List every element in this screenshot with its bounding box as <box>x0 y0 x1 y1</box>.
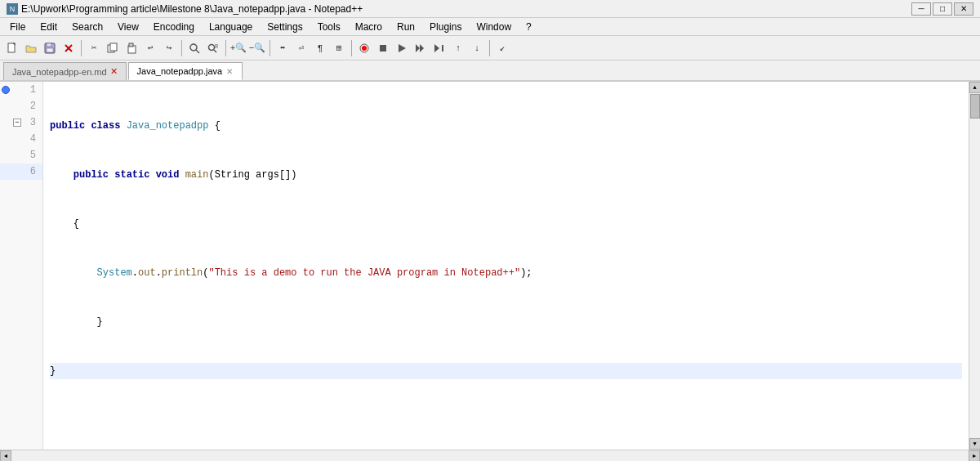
find-button[interactable] <box>185 39 203 57</box>
svg-marker-21 <box>420 44 424 52</box>
menu-tools[interactable]: Tools <box>311 20 347 34</box>
macro-save-button[interactable] <box>430 39 448 57</box>
menu-macro[interactable]: Macro <box>349 20 389 34</box>
maximize-button[interactable]: □ <box>933 2 952 16</box>
scroll-down-button[interactable]: ▼ <box>969 438 981 450</box>
menu-view[interactable]: View <box>111 20 145 34</box>
code-line-4: System.out.println("This is a demo to ru… <box>50 265 962 281</box>
tab-java-notepadpp-java[interactable]: Java_notepadpp.java ✕ <box>128 62 243 80</box>
menu-edit[interactable]: Edit <box>33 20 64 34</box>
tab-label-1: Java_notepadpp-en.md <box>12 67 107 77</box>
find-replace-button[interactable]: R <box>204 39 222 57</box>
code-editor[interactable]: public class Java_notepadpp { public sta… <box>43 82 969 450</box>
title-bar: N E:\Upwork\Programming article\Mileston… <box>0 0 980 18</box>
tab-close-2[interactable]: ✕ <box>225 67 234 76</box>
save-button[interactable] <box>41 39 59 57</box>
show-all-chars-button[interactable]: ¶ <box>311 39 329 57</box>
new-file-button[interactable] <box>3 39 21 57</box>
horizontal-scrollbar[interactable]: ◄ ► <box>0 450 980 461</box>
sync-scroll-button[interactable]: ⬌ <box>274 39 292 57</box>
svg-rect-10 <box>129 43 133 47</box>
toolbar-separator-1 <box>81 40 82 56</box>
cut-button[interactable]: ✂ <box>85 39 103 57</box>
undo-button[interactable]: ↩ <box>141 39 159 57</box>
window-title: E:\Upwork\Programming article\Milestone … <box>21 3 363 15</box>
code-line-6: } <box>50 363 962 379</box>
scroll-thumb[interactable] <box>970 94 980 119</box>
toolbar-separator-2 <box>181 40 182 56</box>
scroll-track[interactable] <box>969 93 980 438</box>
menu-bar: File Edit Search View Encoding Language … <box>0 18 980 36</box>
svg-point-11 <box>190 44 197 51</box>
line-number-5: 5 <box>23 150 39 161</box>
menu-help[interactable]: ? <box>519 20 538 34</box>
code-content-2: public static void main(String args[]) <box>50 167 297 183</box>
paste-button[interactable] <box>122 39 140 57</box>
code-line-3: { <box>50 216 962 232</box>
breakpoint-gutter-1[interactable] <box>0 86 11 94</box>
svg-rect-3 <box>47 43 51 47</box>
editor-container: 1 2 − 3 4 5 <box>0 82 980 450</box>
tab-java-notepadpp-en[interactable]: Java_notepadpp-en.md ✕ <box>3 62 127 80</box>
toolbar-separator-4 <box>270 40 270 56</box>
tab-modified-indicator-1: ✕ <box>110 66 118 77</box>
menu-file[interactable]: File <box>3 20 32 34</box>
copy-button[interactable] <box>104 39 122 57</box>
code-content-6: } <box>50 363 56 379</box>
macro-shortcut-button[interactable]: ↑ <box>449 39 467 57</box>
tab-label-2: Java_notepadpp.java <box>137 66 223 76</box>
zoom-in-button[interactable]: +🔍 <box>229 39 247 57</box>
menu-encoding[interactable]: Encoding <box>147 20 201 34</box>
scroll-right-button[interactable]: ► <box>969 450 980 462</box>
line-num-row-3: − 3 <box>0 114 42 131</box>
line-num-row-6: 6 <box>0 163 42 180</box>
code-line-2: public static void main(String args[]) <box>50 167 962 183</box>
macro-run-multi-button[interactable] <box>412 39 430 57</box>
scroll-up-button[interactable]: ▲ <box>969 82 981 93</box>
menu-search[interactable]: Search <box>65 20 109 34</box>
window-controls[interactable]: ─ □ ✕ <box>911 2 973 16</box>
svg-rect-0 <box>8 43 15 52</box>
line-number-3: 3 <box>23 117 39 128</box>
fold-gutter-3[interactable]: − <box>11 119 23 127</box>
code-content-1: public class Java_notepadpp { <box>50 118 220 134</box>
macro-trim-button[interactable]: ↓ <box>468 39 486 57</box>
title-bar-left: N E:\Upwork\Programming article\Mileston… <box>7 3 363 15</box>
redo-button[interactable]: ↪ <box>160 39 178 57</box>
code-content-5: } <box>50 314 103 330</box>
svg-rect-4 <box>47 48 53 52</box>
svg-line-14 <box>214 50 216 52</box>
menu-window[interactable]: Window <box>470 20 518 34</box>
close-all-button[interactable] <box>60 39 78 57</box>
vertical-scrollbar[interactable]: ▲ ▼ <box>969 82 980 450</box>
open-file-button[interactable] <box>22 39 40 57</box>
launch-button[interactable]: ↙ <box>493 39 511 57</box>
svg-marker-20 <box>416 44 420 52</box>
menu-settings[interactable]: Settings <box>261 20 309 34</box>
macro-record-button[interactable] <box>355 39 373 57</box>
line-num-row-2: 2 <box>0 98 42 114</box>
menu-language[interactable]: Language <box>203 20 259 34</box>
h-scroll-track[interactable] <box>11 450 969 461</box>
macro-stop-button[interactable] <box>374 39 392 57</box>
close-button[interactable]: ✕ <box>954 2 973 16</box>
fold-icon-3[interactable]: − <box>13 119 21 127</box>
scroll-left-button[interactable]: ◄ <box>0 450 11 462</box>
zoom-out-button[interactable]: −🔍 <box>248 39 266 57</box>
word-wrap-button[interactable]: ⏎ <box>292 39 310 57</box>
minimize-button[interactable]: ─ <box>911 2 931 16</box>
indent-guide-button[interactable]: ⊞ <box>330 39 348 57</box>
toolbar: ✂ ↩ ↪ R +🔍 −🔍 ⬌ ⏎ ¶ ⊞ ↑ ↓ ↙ <box>0 36 980 60</box>
macro-play-button[interactable] <box>393 39 411 57</box>
menu-plugins[interactable]: Plugins <box>423 20 468 34</box>
app-icon: N <box>7 3 18 15</box>
line-number-4: 4 <box>23 133 39 145</box>
svg-rect-18 <box>380 45 386 51</box>
breakpoint-dot-1 <box>2 86 10 94</box>
menu-run[interactable]: Run <box>390 20 421 34</box>
line-num-row-4: 4 <box>0 131 42 147</box>
svg-line-12 <box>196 50 199 53</box>
toolbar-separator-5 <box>351 40 352 56</box>
line-number-2: 2 <box>23 101 39 112</box>
line-number-6: 6 <box>23 166 39 177</box>
